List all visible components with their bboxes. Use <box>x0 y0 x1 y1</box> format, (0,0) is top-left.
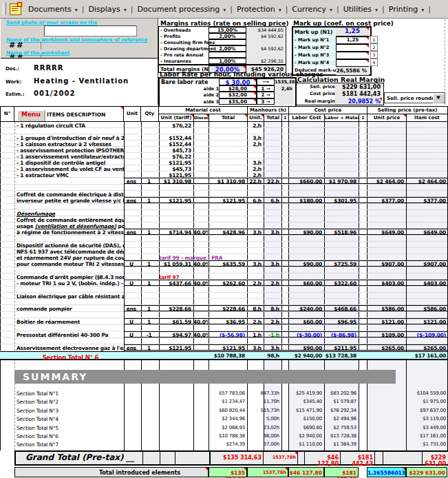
margins-row-pct[interactable]: 2,00% <box>209 45 246 52</box>
summary-row-label[interactable]: Section Total N°2 <box>17 399 120 405</box>
toolbar-grip[interactable] <box>3 3 6 15</box>
summary-row-label[interactable]: Section Total N°5 <box>17 425 120 431</box>
cell-qty[interactable]: 1 <box>141 306 158 312</box>
cell-discount[interactable]: 40,0% <box>193 319 208 325</box>
screen-name-input[interactable] <box>44 25 137 37</box>
cell-unit-price[interactable]: $403,00 <box>367 280 405 287</box>
cell-labor-cost[interactable]: $90,00 <box>288 261 323 267</box>
dropdown-arrow-icon[interactable]: ▼ <box>433 94 444 103</box>
cell-unit[interactable]: ens <box>124 229 140 236</box>
summary-row-label[interactable]: Section Total N°7 <box>17 441 120 448</box>
cell-material-total[interactable]: $121,95 <box>209 198 246 204</box>
markup-row-value[interactable] <box>336 59 369 67</box>
cell-material-total[interactable]: $1 310,98 <box>209 178 246 185</box>
cell-manhours-unit[interactable]: 1,h <box>247 332 263 338</box>
cell-manhours-unit[interactable]: 3,h <box>247 261 263 267</box>
summary-mtot[interactable]: $60 820,44 <box>209 408 245 413</box>
cell-item-cost[interactable]: ($-109,00) <box>406 332 447 338</box>
summary-mh[interactable]: 98,00h <box>247 433 279 439</box>
markup-row-value[interactable] <box>336 52 369 59</box>
cell-unit-price[interactable]: $907,00 <box>367 261 405 267</box>
summary-labor[interactable]: $2 940,00 <box>288 433 322 439</box>
item-description[interactable]: inverseur petite et grande vitesse y/c l… <box>14 198 125 204</box>
cell-qty[interactable]: 1 <box>141 345 158 351</box>
work-value[interactable]: Heating - Ventilation <box>34 77 129 85</box>
cell-manhours-total[interactable]: 6,h <box>264 198 281 204</box>
item-description[interactable]: Section Total N° 6 <box>14 354 125 361</box>
cell-unit[interactable]: ens <box>124 178 140 185</box>
cell-material-total[interactable]: $36,95 <box>209 319 246 325</box>
cell-manhours-total[interactable]: 2,h <box>264 280 281 287</box>
cell-qty[interactable]: -1 <box>141 332 158 338</box>
summary-labmat[interactable]: $1 384,39 <box>324 441 356 447</box>
markup-row-value[interactable]: 1,25 <box>336 37 369 44</box>
cell-unit-price[interactable]: $121,00 <box>367 319 405 325</box>
cell-unit[interactable]: U <box>124 261 140 267</box>
cell-manhours-total[interactable]: -1,h <box>264 332 281 338</box>
rounding-select[interactable]: Sell. price rounded ▼ <box>384 92 445 103</box>
summary-labor[interactable]: $1 110,00 <box>288 441 322 447</box>
summary-mtot[interactable]: $274,39 <box>209 441 245 447</box>
summary-labor[interactable]: $15 471,90 <box>288 408 322 413</box>
cell-discount[interactable]: 40,0% <box>193 280 208 287</box>
cell-labor-material[interactable]: $1 970,98 <box>324 178 358 185</box>
cell-tariff[interactable]: $1 059,31 <box>159 261 193 267</box>
cell-labor-cost[interactable]: $240,00 <box>288 306 323 312</box>
cell-manhours-unit[interactable]: 3,h <box>247 229 263 236</box>
cell-unit[interactable]: ens <box>124 306 140 312</box>
cell-qty[interactable]: 1 <box>141 261 158 267</box>
cell-material-total[interactable]: ($-56,98) <box>209 332 246 338</box>
menu-item-printing[interactable]: Printing▾ <box>386 3 427 15</box>
cell-material-total[interactable]: $10 788,38 <box>209 353 246 359</box>
summary-mtot[interactable]: $2 068,93 <box>209 425 245 430</box>
summary-labmat[interactable]: $76 292,34 <box>324 408 356 413</box>
margins-row-pct[interactable]: 15,00% <box>209 27 246 33</box>
margins-row-pct[interactable]: 2,00% <box>209 33 246 39</box>
cell-manhours-unit[interactable]: 6,h <box>247 198 263 204</box>
summary-icost[interactable]: $3 449,00 <box>406 425 446 430</box>
summary-labor[interactable]: $25 419,90 <box>288 391 322 396</box>
cell-unit[interactable]: U <box>124 319 140 325</box>
summary-labor[interactable]: $345,40 <box>288 399 322 404</box>
cell-qty[interactable]: 1 <box>141 280 158 287</box>
cell-unit[interactable]: ens <box>124 345 140 351</box>
labor-row-rate[interactable]: $ 30,00 <box>219 79 257 85</box>
summary-labor[interactable]: $690,60 <box>288 425 322 430</box>
menu-item-displays[interactable]: Displays▾ <box>85 3 129 15</box>
summary-icost[interactable]: $1 731,00 <box>406 441 446 447</box>
cell-manhours-unit[interactable]: 22,h <box>247 178 263 185</box>
cell-labor-material[interactable]: $468,66 <box>324 306 358 312</box>
menu-item-documents[interactable]: Documents▾ <box>25 3 81 15</box>
estim-value[interactable]: 001/2002 <box>34 90 75 97</box>
summary-icost[interactable]: $97 637,00 <box>406 408 446 413</box>
cell-manhours-total[interactable]: 2,h <box>264 319 281 325</box>
summary-labmat[interactable]: $13 728,38 <box>324 433 356 439</box>
cell-tariff[interactable]: $121,95 <box>159 198 193 204</box>
menu-item-utilities[interactable]: Utilities▾ <box>341 3 381 15</box>
cell-unit[interactable]: U <box>124 332 140 338</box>
cell-discount[interactable]: 40,0% <box>193 229 208 236</box>
markup-row-value[interactable] <box>336 44 369 52</box>
cell-labor-cost[interactable]: $90,00 <box>288 345 323 351</box>
cell-unit-price[interactable]: $2 464,00 <box>367 178 405 185</box>
summary-mh[interactable]: 23,02h <box>247 425 279 430</box>
cell-tariff[interactable]: $228,66 <box>159 306 193 312</box>
item-description[interactable]: pour commande moteur TRI 2 vitesses (Dah… <box>14 261 125 267</box>
cell-manhours-unit[interactable]: 3,h <box>247 345 263 351</box>
cell-unit[interactable]: U <box>124 280 140 287</box>
cell-unit-price[interactable]: $109,00 <box>367 332 405 338</box>
summary-labmat[interactable]: $2 494,96 <box>324 416 356 422</box>
item-description[interactable]: à régime de fonctionnement à 2 vitesses … <box>14 229 125 236</box>
cell-labor-cost[interactable]: $90,00 <box>288 229 323 236</box>
cell-material-total[interactable]: $635,59 <box>209 261 246 267</box>
summary-labmat[interactable]: $83 202,96 <box>324 391 356 396</box>
cell-item-cost[interactable]: $403,00 <box>406 280 447 287</box>
margins-row-pct[interactable] <box>209 52 246 58</box>
cell-labor-cost[interactable]: $660,00 <box>288 178 323 185</box>
cell-labor-cost[interactable]: $60,00 <box>288 319 323 325</box>
summary-mh[interactable]: 37,00h <box>247 441 279 447</box>
summary-row-label[interactable]: Section Total N°1 <box>17 391 120 397</box>
summary-mh[interactable]: 847,33h <box>247 391 279 396</box>
cell-labor-cost[interactable]: $180,00 <box>288 198 323 204</box>
margins-row-pct[interactable] <box>209 39 246 45</box>
